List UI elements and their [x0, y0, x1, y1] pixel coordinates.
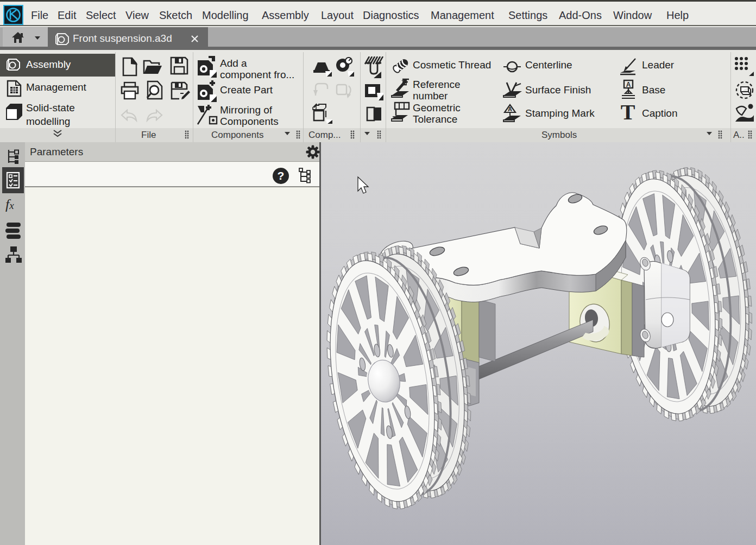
svg-text:T: T [621, 103, 635, 122]
svg-text:A: A [626, 81, 631, 88]
svg-text:?: ? [278, 169, 285, 182]
svg-text:A: A [508, 106, 512, 112]
